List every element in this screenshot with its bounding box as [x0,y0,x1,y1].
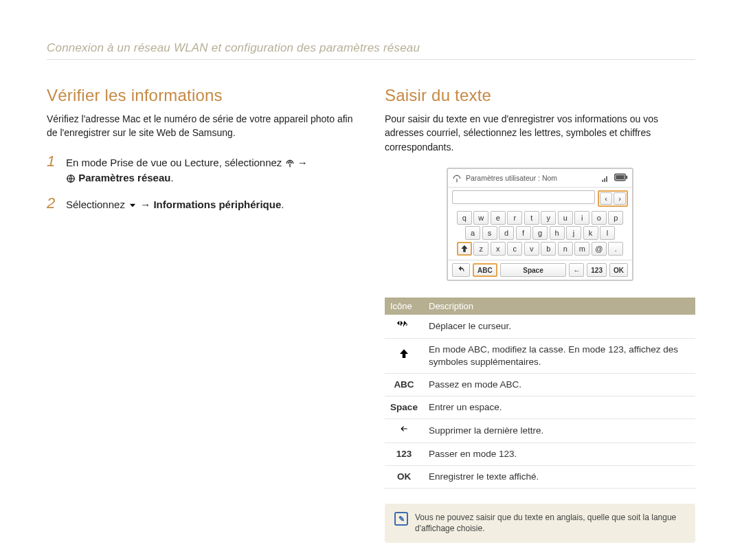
key-b[interactable]: b [541,242,556,256]
icon-cell-cursor-icon: ‹/› [385,315,423,338]
note-text: Vous ne pouvez saisir que du texte en an… [415,512,686,534]
key-h[interactable]: h [550,226,565,240]
step-before: En mode Prise de vue ou Lecture, sélecti… [66,157,285,168]
table-row: ‹/›Déplacer le curseur. [385,315,695,338]
desc-cell: Déplacer le curseur. [423,315,695,338]
kb-rows: qwertyuiop asdfghjkl zxcvbnm@. [448,210,632,260]
cursor-right-button[interactable]: › [614,192,626,205]
table-row: Supprimer la dernière lettre. [385,419,695,443]
abc-mode-button[interactable]: ABC [473,263,497,277]
step-text: Sélectionnez → Informations périphérique… [66,196,284,213]
table-row: En mode ABC, modifiez la casse. En mode … [385,338,695,373]
cursor-arrows-group: ‹ › [598,190,628,207]
key-n[interactable]: n [558,242,573,256]
desc-cell: En mode ABC, modifiez la casse. En mode … [423,338,695,373]
key-@[interactable]: @ [592,242,607,256]
num-mode-button[interactable]: 123 [587,263,607,277]
table-row: OKEnregistrer le texte affiché. [385,465,695,488]
key-e[interactable]: e [491,211,506,225]
th-icon: Icône [385,298,423,315]
antenna-icon [285,159,295,168]
step-2: 2 Sélectionnez → Informations périphériq… [47,196,357,213]
left-column: Vérifier les informations Vérifiez l'adr… [47,86,357,543]
key-s[interactable]: s [482,226,497,240]
signal-icon [600,172,610,184]
arrow-text: → [140,199,153,210]
section-desc-verify: Vérifiez l'adresse Mac et le numéro de s… [47,112,357,140]
key-f[interactable]: f [516,226,531,240]
svg-text:‹: ‹ [400,321,402,328]
table-row: SpaceEntrer un espace. [385,396,695,419]
kb-title: Paramètres utilisateur : Nom [466,174,557,182]
right-column: Saisir du texte Pour saisir du texte en … [385,86,695,543]
svg-rect-2 [626,176,627,179]
icon-cell-text: Space [385,396,423,419]
chevron-down-icon [128,201,137,210]
bold-suffix: . [170,172,173,183]
key-w[interactable]: w [473,211,488,225]
desc-cell: Supprimer la dernière lettre. [423,419,695,443]
svg-rect-3 [616,175,624,179]
bold-suffix: . [281,199,284,210]
step-bold: Paramètres réseau [78,172,170,183]
key-k[interactable]: k [583,226,598,240]
note-box: ✎ Vous ne pouvez saisir que du texte en … [385,504,695,542]
icon-description-table: Icône Description ‹/›Déplacer le curseur… [385,298,695,489]
key-d[interactable]: d [499,226,514,240]
key-c[interactable]: c [507,242,522,256]
icon-cell-back-icon [385,419,423,443]
key-r[interactable]: r [507,211,522,225]
key-z[interactable]: z [473,242,488,256]
antenna-icon [452,172,462,184]
step-text: En mode Prise de vue ou Lecture, sélecti… [66,154,308,186]
desc-cell: Enregistrer le texte affiché. [423,465,695,488]
table-row: ABCPassez en mode ABC. [385,374,695,396]
key-l[interactable]: l [600,226,615,240]
desc-cell: Passez en mode ABC. [423,374,695,396]
key-t[interactable]: t [524,211,539,225]
globe-icon [66,174,76,183]
step-1: 1 En mode Prise de vue ou Lecture, sélec… [47,154,357,186]
key-a[interactable]: a [465,226,480,240]
key-m[interactable]: m [574,242,589,256]
section-desc-input: Pour saisir du texte en vue d'enregistre… [385,112,695,154]
backspace-button[interactable]: ← [569,263,584,277]
arrow-text: → [297,157,308,168]
key-p[interactable]: p [608,211,623,225]
th-desc: Description [423,298,695,315]
key-q[interactable]: q [457,211,472,225]
ok-button[interactable]: OK [609,263,628,277]
key-x[interactable]: x [491,242,506,256]
shift-key[interactable] [457,242,472,256]
key-v[interactable]: v [524,242,539,256]
text-input[interactable] [452,190,595,204]
section-title-verify: Vérifier les informations [47,86,357,105]
desc-cell: Entrer un espace. [423,396,695,419]
step-before: Sélectionnez [66,199,128,210]
keyboard-screenshot: Paramètres utilisateur : Nom ‹ › qwert [447,168,633,282]
table-row: 123Passer en mode 123. [385,443,695,465]
key-o[interactable]: o [592,211,607,225]
icon-cell-text: OK [385,465,423,488]
step-num: 1 [47,154,59,186]
note-icon: ✎ [394,512,408,526]
page-header: Connexion à un réseau WLAN et configurat… [47,41,695,60]
key-u[interactable]: u [558,211,573,225]
section-title-input: Saisir du texte [385,86,695,105]
key-.[interactable]: . [608,242,623,256]
icon-cell-text: ABC [385,374,423,396]
key-i[interactable]: i [574,211,589,225]
desc-cell: Passer en mode 123. [423,443,695,465]
battery-icon [614,172,628,184]
svg-text:›: › [405,321,407,328]
key-g[interactable]: g [532,226,548,240]
key-y[interactable]: y [541,211,556,225]
key-j[interactable]: j [566,226,581,240]
step-num: 2 [47,196,59,213]
icon-cell-text: 123 [385,443,423,465]
step-bold: Informations périphérique [153,199,281,210]
icon-cell-shift-icon [385,338,423,373]
undo-button[interactable] [452,263,470,277]
space-button[interactable]: Space [500,263,567,277]
cursor-left-button[interactable]: ‹ [600,192,612,205]
